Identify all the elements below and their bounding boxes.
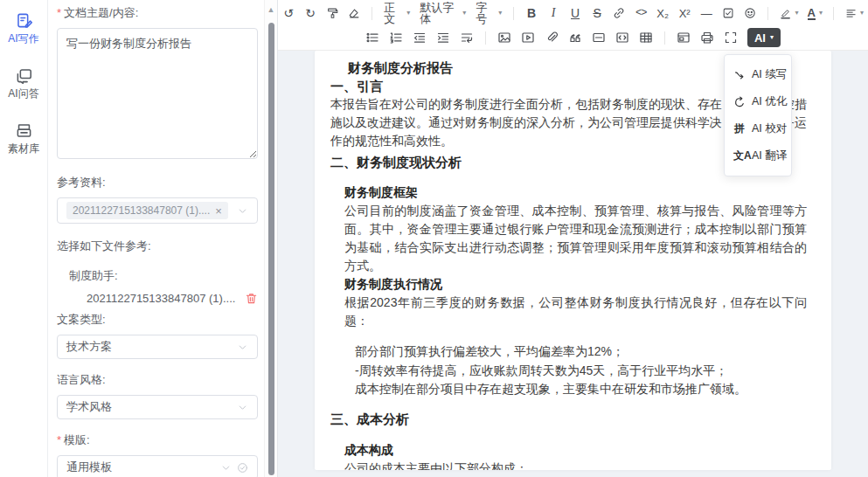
font-color-button[interactable]: A▾ [804,3,826,24]
inline-code-button[interactable]: <> [630,3,651,24]
ai-translate-icon: 文A [733,149,746,163]
task-list-button[interactable] [718,3,739,24]
eraser-button[interactable] [344,3,365,24]
print-button[interactable] [696,27,719,48]
table-button[interactable] [635,27,657,48]
insert-video-button[interactable] [517,27,539,48]
subscript-icon: X₂ [656,8,669,19]
form-panel-scrollbar[interactable]: ▲ [264,0,277,477]
chevron-down-icon [237,402,248,413]
text-align-button[interactable]: ▾ [841,3,868,24]
task-list-icon [722,6,734,20]
topic-input[interactable]: 写一份财务制度分析报告 [57,28,258,159]
ai-tools-button[interactable]: AI▾ [743,27,785,48]
italic-button[interactable]: I [543,3,564,24]
toolbar-separator [372,7,372,20]
menu-item-ai-optimize[interactable]: AI 优化 [725,88,791,115]
paragraph-style-button[interactable]: 正文▾ [379,3,414,24]
chevron-down-icon: ▾ [795,10,799,17]
fullscreen-button[interactable] [719,27,742,48]
reference-tag-text: 2021122715133847807 (1).... [73,204,210,217]
menu-item-label: AI 翻译 [752,149,787,163]
toolbar-separator [513,7,514,20]
template-value: 通用模板 [66,460,112,475]
sidebar-item-ai-writing[interactable]: AI写作 [8,12,38,46]
divider-button[interactable] [587,27,610,48]
italic-icon: I [552,7,556,19]
menu-item-label: AI 续写 [752,67,787,82]
link-button[interactable] [608,3,629,24]
doc-list-item: -周转效率有待提高，应收账款周转天数为45天，高于行业平均水平； [355,362,807,381]
superscript-icon: X² [679,8,691,19]
scrollbar-thumb[interactable] [268,23,274,475]
format-painter-icon [326,6,338,20]
underline-icon: U [571,7,580,19]
chevron-down-icon: ▾ [770,34,774,41]
doc-subheading: 财务制度框架 [344,183,807,202]
blockquote-button[interactable] [564,27,587,48]
code-block-button[interactable] [611,27,634,48]
style-label: 语言风格: [57,372,258,388]
print-icon [700,31,714,45]
indent-button[interactable] [432,27,455,48]
table-icon [639,31,653,45]
doc-line-left: 作的规范性和高效性。 [330,132,453,150]
check-circle-icon [237,462,248,474]
superscript-button[interactable]: X² [674,3,695,24]
doc-edit-icon [16,12,32,29]
ordered-list-button[interactable] [385,27,407,48]
attachment-icon [545,31,559,45]
chevron-down-icon [220,462,232,474]
ai-writing-form-panel: *文档主题/内容: 写一份财务制度分析报告 参考资料: 202112271513… [48,0,278,477]
file-group-label: 制度助手: [69,268,258,284]
style-select[interactable]: 学术风格 [57,395,258,419]
reference-select[interactable]: 2021122715133847807 (1).... × [57,197,258,224]
highlight-color-button[interactable]: ▾ [775,3,802,24]
font-size-button[interactable]: 字号▾ [471,3,506,24]
bullet-list-button[interactable] [361,27,384,48]
font-family-label: 默认字体 [420,2,459,24]
insert-video-icon [521,31,535,45]
menu-item-ai-proofread[interactable]: 拼AI 校对 [725,115,791,142]
left-nav-rail: AI写作AI问答素材库 [0,0,48,477]
toolbar-row-2: AI▾ [278,25,868,50]
outdent-button[interactable] [408,27,431,48]
divider-icon [592,31,606,45]
undo-button[interactable]: ↺ [278,3,299,24]
doc-heading: 三、成本分析 [330,410,807,428]
page-layout-button[interactable] [672,27,695,48]
tag-close-icon[interactable]: × [215,205,222,217]
file-name: 2021122715133847807 (1).... [87,292,235,305]
text-align-icon [845,6,857,20]
emoji-button[interactable] [740,3,760,24]
menu-item-ai-continue[interactable]: AI 续写 [725,61,791,88]
attachment-button[interactable] [540,27,563,48]
toolbar-separator [767,7,768,20]
redo-button[interactable]: ↻ [300,3,321,24]
toolbar-separator [833,7,834,20]
editor-toolbar: ↺↻正文▾默认字体▾字号▾BIUS<>X₂X²—▾A▾▾ AI▾ [278,0,868,51]
strikethrough-button[interactable]: S [587,3,608,24]
indent-icon [436,31,450,45]
delete-file-button[interactable] [245,292,258,305]
subscript-button[interactable]: X₂ [652,3,673,24]
insert-image-button[interactable] [493,27,516,48]
doc-paragraph: 公司目前的制度涵盖了资金管理、成本控制、预算管理、核算与报告、风险管理等方面。其… [344,202,807,275]
bold-button[interactable]: B [521,3,542,24]
eraser-icon [348,6,360,20]
file-row: 2021122715133847807 (1).... [57,292,258,305]
font-family-button[interactable]: 默认字体▾ [415,3,470,24]
format-painter-button[interactable] [322,3,343,24]
template-select[interactable]: 通用模板 [57,455,258,477]
text-wrap-button[interactable] [455,27,478,48]
sidebar-item-ai-qa[interactable]: AI问答 [8,67,38,101]
menu-item-label: AI 优化 [752,94,787,109]
horizontal-rule-button[interactable]: — [696,3,717,24]
ai-continue-icon [733,69,746,81]
menu-item-ai-translate[interactable]: 文AAI 翻译 [725,142,791,169]
sidebar-item-material-library[interactable]: 素材库 [8,122,39,156]
scroll-up-arrow-icon[interactable]: ▲ [265,5,277,14]
ai-proofread-icon: 拼 [733,121,746,136]
copy-type-select[interactable]: 技术方案 [57,335,258,359]
underline-button[interactable]: U [565,3,586,24]
